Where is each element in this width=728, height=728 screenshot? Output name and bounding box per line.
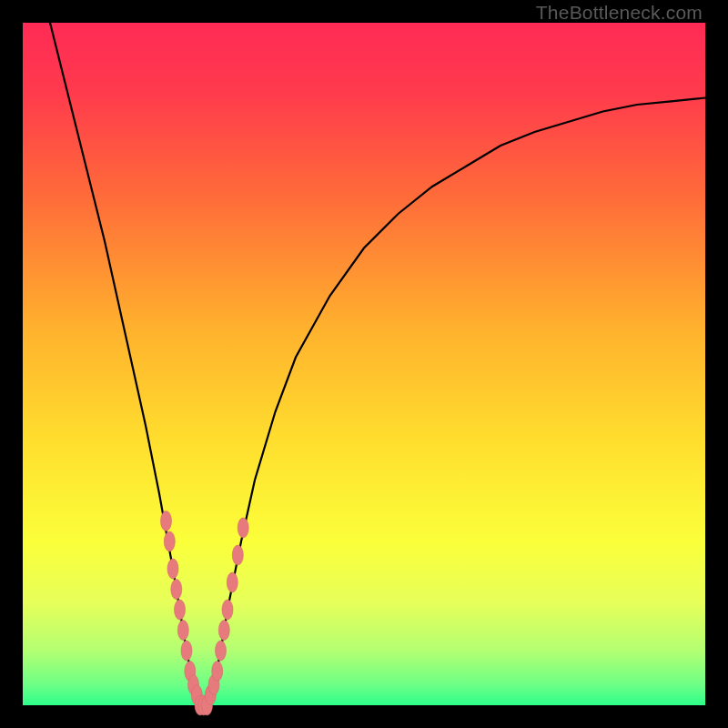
marker-point: [218, 621, 229, 641]
outer-frame: TheBottleneck.com: [0, 0, 728, 728]
marker-point: [177, 621, 188, 641]
chart-svg: [23, 23, 705, 705]
marker-group: [161, 511, 249, 716]
watermark-text: TheBottleneck.com: [536, 2, 703, 24]
marker-point: [222, 600, 233, 620]
marker-point: [212, 662, 223, 682]
marker-point: [175, 600, 186, 620]
marker-point: [171, 580, 182, 600]
marker-point: [232, 545, 243, 565]
bottleneck-curve: [50, 23, 705, 705]
marker-point: [167, 559, 178, 579]
plot-area: [23, 23, 705, 705]
marker-point: [161, 511, 172, 531]
marker-point: [238, 518, 248, 538]
marker-point: [181, 641, 192, 661]
marker-point: [227, 572, 238, 592]
marker-point: [164, 531, 175, 551]
marker-point: [216, 641, 227, 661]
